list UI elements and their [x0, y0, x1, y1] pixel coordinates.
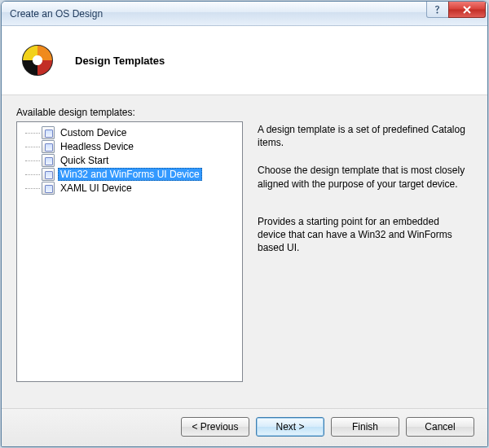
- list-item-label: Custom Device: [58, 127, 129, 138]
- template-description: A design template is a set of predefined…: [258, 121, 473, 408]
- help-button[interactable]: [426, 2, 449, 18]
- template-item-icon: [42, 168, 55, 181]
- previous-button[interactable]: < Previous: [181, 417, 249, 437]
- tree-connector-icon: [20, 181, 42, 195]
- window-title: Create an OS Design: [10, 8, 103, 20]
- product-logo-icon: [18, 41, 57, 80]
- cancel-button[interactable]: Cancel: [406, 417, 474, 437]
- help-icon: [434, 5, 442, 15]
- template-list[interactable]: Custom Device Headless Device Quick Star…: [16, 121, 243, 382]
- list-item[interactable]: Headless Device: [19, 139, 240, 153]
- list-item[interactable]: Custom Device: [19, 125, 240, 139]
- tree-connector-icon: [20, 167, 42, 181]
- list-item-label: Win32 and WinForms UI Device: [58, 168, 202, 181]
- tree-connector-icon: [20, 139, 42, 153]
- list-item[interactable]: Quick Start: [19, 153, 240, 167]
- wizard-heading: Design Templates: [75, 55, 165, 67]
- template-item-icon: [42, 140, 55, 153]
- description-paragraph: A design template is a set of predefined…: [258, 123, 469, 149]
- tree-connector-icon: [20, 125, 42, 139]
- list-item-label: Quick Start: [58, 155, 111, 166]
- tree-connector-icon: [20, 153, 42, 167]
- list-item[interactable]: XAML UI Device: [19, 181, 240, 195]
- content-row: Custom Device Headless Device Quick Star…: [16, 121, 473, 408]
- close-button[interactable]: [448, 2, 486, 18]
- list-item-label: XAML UI Device: [58, 182, 134, 194]
- wizard-buttonbar: < Previous Next > Finish Cancel: [2, 408, 487, 446]
- svg-point-1: [33, 55, 42, 65]
- finish-button[interactable]: Finish: [331, 417, 399, 437]
- wizard-window: Create an OS Design: [1, 1, 488, 447]
- next-button[interactable]: Next >: [256, 417, 324, 437]
- description-paragraph: Choose the design template that is most …: [258, 164, 469, 190]
- titlebar: Create an OS Design: [2, 2, 487, 26]
- list-item[interactable]: Win32 and WinForms UI Device: [19, 167, 240, 181]
- template-item-icon: [42, 154, 55, 167]
- window-controls: [427, 2, 486, 18]
- wizard-header: Design Templates: [2, 26, 487, 95]
- list-item-label: Headless Device: [58, 141, 136, 152]
- template-item-icon: [42, 126, 55, 139]
- available-templates-label: Available design templates:: [16, 107, 473, 118]
- description-paragraph: Provides a starting point for an embedde…: [258, 215, 469, 255]
- template-item-icon: [42, 182, 55, 195]
- wizard-body: Available design templates: Custom Devic…: [2, 95, 487, 408]
- close-icon: [462, 6, 472, 14]
